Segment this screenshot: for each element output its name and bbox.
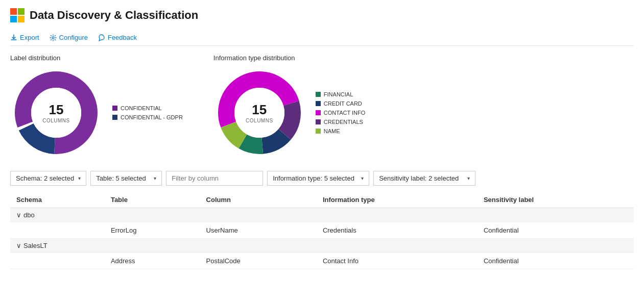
col-info-type: Information type — [317, 192, 478, 208]
schema-chevron-icon: ▾ — [78, 175, 81, 181]
table-row: ErrorLog UserName Credentials Confidenti… — [10, 222, 634, 239]
cell-schema — [10, 222, 105, 239]
col-schema: Schema — [10, 192, 105, 208]
label-legend: CONFIDENTIAL CONFIDENTIAL - GDPR — [112, 105, 183, 120]
schema-dropdown-label: Schema: 2 selected — [16, 174, 74, 182]
table-dropdown[interactable]: Table: 5 selected ▾ — [90, 171, 162, 186]
legend-item-credentials: CREDENTIALS — [316, 119, 365, 125]
credit-card-label: CREDIT CARD — [324, 100, 362, 107]
table-chevron-icon: ▾ — [154, 175, 156, 181]
name-label: NAME — [324, 128, 340, 134]
credentials-label: CREDENTIALS — [324, 119, 363, 125]
credit-card-dot — [316, 101, 321, 106]
info-count: 15 — [246, 102, 273, 118]
legend-item-name: NAME — [316, 128, 365, 134]
expand-dbo-icon[interactable]: ∨ — [16, 211, 21, 219]
cell-column: UserName — [200, 222, 317, 239]
col-sensitivity: Sensitivity label — [478, 192, 634, 208]
contact-info-label: CONTACT INFO — [324, 110, 365, 116]
schema-dropdown[interactable]: Schema: 2 selected ▾ — [10, 171, 86, 186]
feedback-button[interactable]: Feedback — [98, 34, 137, 41]
label-count: 15 — [42, 102, 70, 118]
col-table: Table — [105, 192, 200, 208]
table-body: ∨dbo ErrorLog UserName Credentials Confi… — [10, 208, 634, 269]
toolbar: Export Configure Feedback — [10, 30, 634, 46]
info-donut: 15 COLUMNS — [213, 67, 305, 159]
page-title: Data Discovery & Classification — [30, 9, 198, 22]
svg-rect-3 — [18, 16, 25, 22]
cell-column: PostalCode — [200, 253, 317, 269]
legend-item-credit-card: CREDIT CARD — [316, 100, 365, 107]
financial-dot — [316, 92, 321, 97]
schema-dbo-label: ∨dbo — [10, 208, 634, 222]
export-button[interactable]: Export — [10, 34, 39, 41]
cell-info-type: Contact Info — [317, 253, 478, 269]
svg-point-4 — [52, 37, 54, 39]
schema-group-saleslt: ∨SalesLT — [10, 239, 634, 253]
info-donut-center: 15 COLUMNS — [246, 102, 273, 123]
info-type-dropdown[interactable]: Information type: 5 selected ▾ — [267, 171, 369, 186]
confidential-gdpr-label: CONFIDENTIAL - GDPR — [121, 114, 183, 120]
cell-sensitivity: Confidential — [478, 253, 634, 269]
legend-item-financial: FINANCIAL — [316, 91, 365, 97]
label-chart-section: Label distribution 15 COLUMNS — [10, 54, 183, 159]
legend-item-confidential: CONFIDENTIAL — [112, 105, 183, 111]
cell-info-type: Credentials — [317, 222, 478, 239]
svg-rect-1 — [18, 8, 25, 15]
confidential-gdpr-dot — [112, 115, 117, 120]
label-chart-title: Label distribution — [10, 54, 183, 62]
name-dot — [316, 129, 321, 134]
charts-section: Label distribution 15 COLUMNS — [10, 54, 634, 159]
table-row: Address PostalCode Contact Info Confiden… — [10, 253, 634, 269]
info-type-dropdown-label: Information type: 5 selected — [273, 174, 354, 182]
table-dropdown-label: Table: 5 selected — [96, 174, 146, 182]
credentials-dot — [316, 119, 321, 124]
configure-button[interactable]: Configure — [50, 34, 88, 41]
feedback-icon — [98, 34, 105, 41]
label-columns-text: COLUMNS — [42, 118, 70, 123]
info-chart-container: 15 COLUMNS FINANCIAL CREDIT CARD — [213, 67, 365, 159]
legend-item-contact-info: CONTACT INFO — [316, 110, 365, 116]
svg-rect-2 — [10, 16, 17, 22]
contact-info-dot — [316, 110, 321, 115]
app-icon — [10, 8, 25, 22]
svg-rect-0 — [10, 8, 17, 15]
data-table: Schema Table Column Information type Sen… — [10, 192, 634, 269]
info-legend: FINANCIAL CREDIT CARD CONTACT INFO CREDE… — [316, 91, 365, 134]
cell-table: ErrorLog — [105, 222, 200, 239]
sensitivity-chevron-icon: ▾ — [467, 175, 470, 181]
sensitivity-dropdown-label: Sensitivity label: 2 selected — [379, 174, 459, 182]
table-header: Schema Table Column Information type Sen… — [10, 192, 634, 208]
export-icon — [10, 34, 17, 41]
schema-group-dbo: ∨dbo — [10, 208, 634, 222]
info-columns-text: COLUMNS — [246, 118, 273, 123]
page-header: Data Discovery & Classification — [10, 8, 634, 22]
schema-saleslt-label: ∨SalesLT — [10, 239, 634, 253]
label-donut-center: 15 COLUMNS — [42, 102, 70, 123]
label-chart-container: 15 COLUMNS CONFIDENTIAL CONFIDENTIAL - G… — [10, 67, 183, 159]
col-column: Column — [200, 192, 317, 208]
confidential-label: CONFIDENTIAL — [121, 105, 162, 111]
confidential-dot — [112, 106, 117, 111]
info-type-chevron-icon: ▾ — [361, 175, 364, 181]
sensitivity-dropdown[interactable]: Sensitivity label: 2 selected ▾ — [373, 171, 475, 186]
financial-label: FINANCIAL — [324, 91, 353, 97]
filters-row: Schema: 2 selected ▾ Table: 5 selected ▾… — [10, 171, 634, 186]
expand-saleslt-icon[interactable]: ∨ — [16, 242, 21, 249]
configure-icon — [50, 34, 57, 41]
cell-schema — [10, 253, 105, 269]
info-chart-title: Information type distribution — [213, 54, 365, 62]
cell-sensitivity: Confidential — [478, 222, 634, 239]
label-donut: 15 COLUMNS — [10, 67, 102, 159]
info-chart-section: Information type distribution — [213, 54, 365, 159]
legend-item-confidential-gdpr: CONFIDENTIAL - GDPR — [112, 114, 183, 120]
column-filter-input[interactable] — [166, 171, 263, 186]
cell-table: Address — [105, 253, 200, 269]
